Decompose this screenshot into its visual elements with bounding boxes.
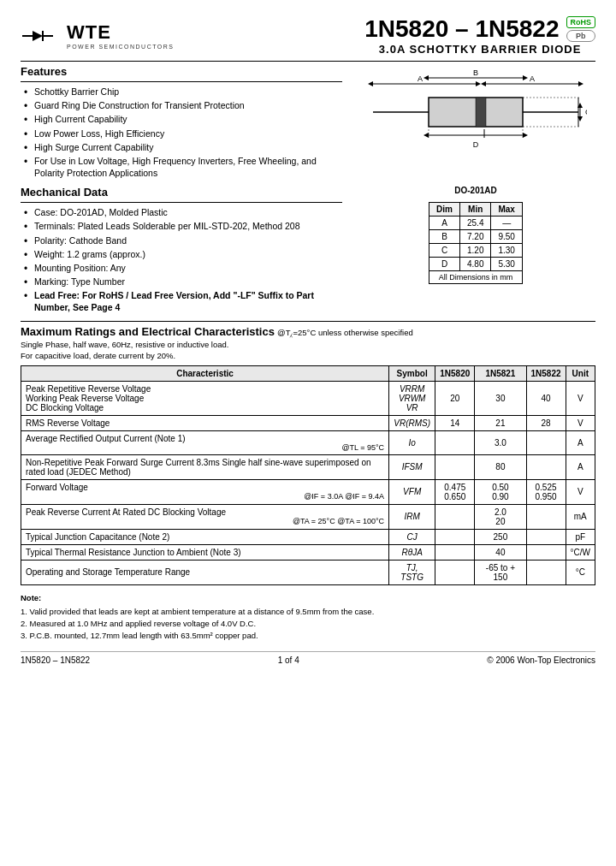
table-row: Non-Repetitive Peak Forward Surge Curren… — [21, 454, 595, 479]
features-section: Features Schottky Barrier Chip Guard Rin… — [21, 65, 595, 181]
company-tagline: POWER SEMICONDUCTORS — [67, 44, 175, 50]
value-cell — [435, 430, 475, 454]
unit-cell: °C — [566, 560, 595, 584]
svg-marker-28 — [424, 133, 429, 138]
page-footer: 1N5820 – 1N5822 1 of 4 © 2006 Won-Top El… — [21, 651, 595, 665]
svg-marker-17 — [481, 81, 486, 86]
footer-copyright: © 2006 Won-Top Electronics — [487, 655, 595, 665]
ratings-note1: Single Phase, half wave, 60Hz, resistive… — [21, 340, 595, 349]
svg-text:B: B — [473, 68, 478, 77]
characteristics-table: Characteristic Symbol 1N5820 1N5821 1N58… — [21, 365, 595, 585]
1n5821-col-header: 1N5821 — [475, 365, 526, 381]
value-cell: 21 — [475, 415, 526, 430]
dim-footer: All Dimensions in mm — [429, 271, 523, 284]
unit-cell: A — [566, 454, 595, 479]
symbol-cell: VRRMVRWMVR — [389, 381, 435, 415]
value-cell: 0.4750.650 — [435, 479, 475, 504]
table-row: Typical Junction Capacitance (Note 2)CJ2… — [21, 529, 595, 544]
dim-cell: 25.4 — [459, 216, 490, 230]
value-cell: 0.500.90 — [475, 479, 526, 504]
value-cell — [526, 529, 566, 544]
char-name-cell: Peak Repetitive Reverse VoltageWorking P… — [21, 381, 389, 415]
svg-text:A: A — [418, 74, 423, 83]
unit-cell: V — [566, 415, 595, 430]
features-list: Schottky Barrier Chip Guard Ring Die Con… — [21, 86, 342, 179]
note-1: 1. Valid provided that leads are kept at… — [21, 606, 595, 618]
package-diagram: A B A C D — [364, 65, 587, 159]
value-cell — [526, 430, 566, 454]
value-cell — [435, 504, 475, 529]
unit-cell: °C/W — [566, 544, 595, 560]
company-name: WTE — [67, 21, 175, 44]
symbol-cell: VR(RMS) — [389, 415, 435, 430]
unit-cell: V — [566, 381, 595, 415]
list-item: High Surge Current Capability — [22, 141, 342, 153]
dim-cell: 1.30 — [491, 244, 522, 258]
part-number: 1N5820 – 1N5822 — [364, 15, 559, 43]
symbol-cell: VFM — [389, 479, 435, 504]
value-cell: 3.0 — [475, 430, 526, 454]
features-title: Features — [21, 65, 342, 78]
dim-cell: — — [491, 216, 522, 230]
max-col-header: Max — [491, 203, 522, 216]
svg-marker-18 — [578, 81, 583, 86]
value-cell: 30 — [475, 381, 526, 415]
dim-cell: 4.80 — [459, 258, 490, 271]
list-item: Mounting Position: Any — [22, 262, 342, 274]
features-col: Features Schottky Barrier Chip Guard Rin… — [21, 65, 342, 181]
list-item: For Use in Low Voltage, High Frequency I… — [22, 155, 342, 179]
svg-text:D: D — [473, 140, 479, 149]
char-name-cell: Forward Voltage@IF = 3.0A @IF = 9.4A — [21, 479, 389, 504]
svg-marker-14 — [523, 75, 528, 80]
unit-cell: mA — [566, 504, 595, 529]
char-name-cell: Typical Junction Capacitance (Note 2) — [21, 529, 389, 544]
value-cell — [435, 544, 475, 560]
page-header: WTE POWER SEMICONDUCTORS 1N5820 – 1N5822… — [21, 15, 595, 56]
svg-marker-10 — [476, 81, 481, 86]
table-row: Operating and Storage Temperature RangeT… — [21, 560, 595, 584]
table-row: Typical Thermal Resistance Junction to A… — [21, 544, 595, 560]
table-row: Peak Reverse Current At Rated DC Blockin… — [21, 504, 595, 529]
list-item: Marking: Type Number — [22, 276, 342, 288]
pb-badge: Pb — [566, 30, 596, 42]
ratings-divider — [21, 321, 595, 322]
value-cell — [526, 504, 566, 529]
symbol-col-header: Symbol — [389, 365, 435, 381]
mechanical-list: Case: DO-201AD, Molded Plastic Terminals… — [21, 206, 342, 313]
ratings-condition: @T⁁=25°C unless otherwise specified — [277, 328, 413, 337]
dim-table-col: DO-201AD Dim Min Max A25.4—B7.209.50C1.2… — [356, 186, 595, 315]
unit-cell: A — [566, 430, 595, 454]
part-title-area: 1N5820 – 1N5822 RoHS Pb 3.0A SCHOTTKY BA… — [364, 15, 595, 56]
char-name-cell: Average Rectified Output Current (Note 1… — [21, 430, 389, 454]
value-cell: 40 — [526, 381, 566, 415]
list-item: Schottky Barrier Chip — [22, 86, 342, 98]
list-item: High Current Capability — [22, 113, 342, 125]
symbol-cell: RθJA — [389, 544, 435, 560]
value-cell: -65 to + 150 — [475, 560, 526, 584]
value-cell — [435, 529, 475, 544]
value-cell: 250 — [475, 529, 526, 544]
svg-text:A: A — [530, 74, 535, 83]
char-name-cell: Operating and Storage Temperature Range — [21, 560, 389, 584]
value-cell: 20 — [435, 381, 475, 415]
part-subtitle: 3.0A SCHOTTKY BARRIER DIODE — [364, 43, 595, 56]
symbol-cell: TJ, TSTG — [389, 560, 435, 584]
notes-section: Note: 1. Valid provided that leads are k… — [21, 592, 595, 643]
symbol-cell: IRM — [389, 504, 435, 529]
logo-area: WTE POWER SEMICONDUCTORS — [21, 21, 175, 51]
svg-marker-29 — [523, 133, 528, 138]
svg-marker-13 — [424, 75, 429, 80]
table-row: Peak Repetitive Reverse VoltageWorking P… — [21, 381, 595, 415]
dimensions-table: Dim Min Max A25.4—B7.209.50C1.201.30D4.8… — [429, 202, 523, 284]
wte-logo-icon — [21, 21, 62, 51]
1n5822-col-header: 1N5822 — [526, 365, 566, 381]
svg-text:C: C — [585, 108, 587, 116]
ratings-note2: For capacitive load, derate current by 2… — [21, 351, 595, 360]
dim-cell: 1.20 — [459, 244, 490, 258]
value-cell: 14 — [435, 415, 475, 430]
mechanical-section: Mechanical Data Case: DO-201AD, Molded P… — [21, 186, 595, 315]
value-cell — [435, 560, 475, 584]
dim-cell: B — [429, 230, 460, 244]
list-item: Low Power Loss, High Efficiency — [22, 128, 342, 139]
value-cell: 80 — [475, 454, 526, 479]
